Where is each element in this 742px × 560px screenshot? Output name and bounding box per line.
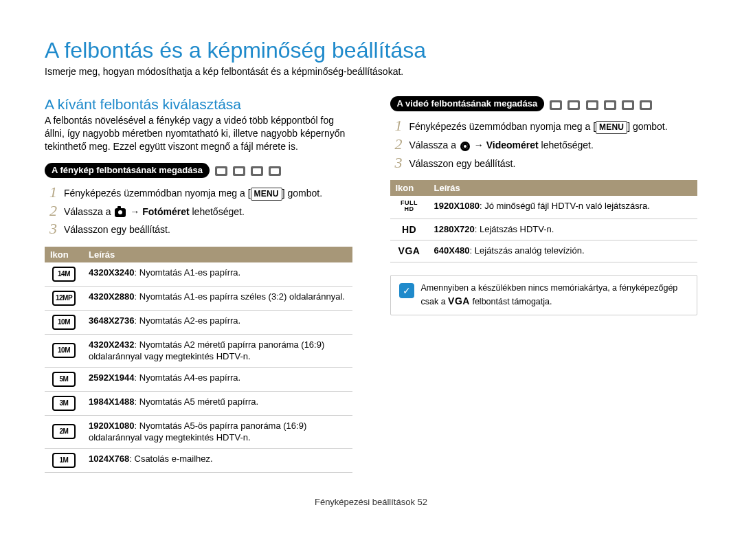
- mode-icons-photo: [215, 164, 283, 176]
- resolution-icon: VGA: [398, 245, 420, 258]
- resolution-icon: 10M: [52, 343, 76, 358]
- table-row: 10M3648X2736: Nyomtatás A2-es papírra.: [45, 310, 352, 334]
- left-column: A kívánt felbontás kiválasztása A felbon…: [45, 96, 352, 473]
- resolution-icon: 14M: [52, 267, 76, 282]
- resolution-icon-cell: 3M: [45, 391, 83, 415]
- table-row: 2M1920X1080: Nyomtatás A5-ös papírra pan…: [45, 415, 352, 448]
- mode-icon: [567, 100, 580, 110]
- step-num: 3: [390, 155, 403, 170]
- video-steps: 1 Fényképezés üzemmódban nyomja meg a [M…: [390, 118, 698, 170]
- step-text: Válassza a → Videoméret lehetőséget.: [409, 137, 594, 152]
- table-row: 14M4320X3240: Nyomtatás A1-es papírra.: [45, 262, 352, 287]
- resolution-desc: 1984X1488: Nyomtatás A5 méretű papírra.: [83, 391, 352, 415]
- step-text: Fényképezés üzemmódban nyomja meg a [MEN…: [409, 118, 668, 134]
- table-row: VGA640X480: Lejátszás analóg televízión.: [390, 240, 698, 262]
- section-title-resolution: A kívánt felbontás kiválasztása: [45, 96, 352, 113]
- table-row: 5M2592X1944: Nyomtatás A4-es papírra.: [45, 367, 352, 391]
- mode-icons-video: [550, 98, 653, 109]
- pill-photo-resolution: A fénykép felbontásának megadása: [45, 163, 210, 178]
- video-resolution-table: Ikon Leírás FULLHD1920X1080: Jó minőségű…: [390, 180, 698, 262]
- resolution-icon-cell: 10M: [45, 334, 83, 367]
- resolution-desc: 1920X1080: Nyomtatás A5-ös papírra panor…: [83, 415, 352, 448]
- right-column: A videó felbontásának megadása 1 Fénykép…: [390, 96, 698, 473]
- photo-resolution-table: Ikon Leírás 14M4320X3240: Nyomtatás A1-e…: [45, 247, 352, 473]
- resolution-icon: 12MP: [52, 291, 76, 306]
- page-title: A felbontás és a képminőség beállítása: [45, 38, 697, 63]
- mode-icon: [251, 166, 263, 176]
- resolution-icon-cell: FULLHD: [390, 196, 429, 219]
- resolution-icon-cell: 14M: [45, 262, 83, 287]
- resolution-desc: 4320X2880: Nyomtatás A1-es papírra széle…: [83, 286, 352, 310]
- resolution-icon-cell: VGA: [390, 240, 429, 262]
- table-row: 3M1984X1488: Nyomtatás A5 méretű papírra…: [45, 391, 352, 415]
- resolution-desc: 4320X2432: Nyomtatás A2 méretű papírra p…: [83, 334, 352, 367]
- step-num: 2: [390, 137, 403, 152]
- resolution-icon: 5M: [52, 372, 76, 387]
- resolution-icon-cell: HD: [390, 219, 429, 240]
- resolution-icon: 10M: [52, 315, 76, 330]
- table-row: FULLHD1920X1080: Jó minőségű fájl HDTV-n…: [390, 196, 698, 219]
- resolution-desc: 4320X3240: Nyomtatás A1-es papírra.: [83, 262, 352, 287]
- mode-icon: [269, 166, 281, 176]
- step-text: Válasszon egy beállítást.: [409, 155, 516, 170]
- table-row: 10M4320X2432: Nyomtatás A2 méretű papírr…: [45, 334, 352, 367]
- resolution-icon: FULLHD: [401, 200, 418, 212]
- section-body: A felbontás növelésével a fénykép vagy a…: [45, 114, 352, 153]
- resolution-desc: 1280X720: Lejátszás HDTV-n.: [429, 219, 698, 240]
- th-icon: Ikon: [390, 180, 429, 196]
- table-row: 1M1024X768: Csatolás e-mailhez.: [45, 448, 352, 472]
- camera-icon: [115, 208, 126, 217]
- pill-video-resolution: A videó felbontásának megadása: [390, 96, 545, 111]
- resolution-desc: 2592X1944: Nyomtatás A4-es papírra.: [83, 367, 352, 391]
- step-num: 3: [45, 221, 57, 236]
- mode-icon: [604, 100, 616, 110]
- th-desc: Leírás: [429, 180, 698, 196]
- check-icon: [399, 283, 414, 298]
- resolution-icon: 3M: [52, 396, 76, 411]
- note-box: Amennyiben a készülékben nincs memóriaká…: [390, 275, 698, 315]
- table-row: 12MP4320X2880: Nyomtatás A1-es papírra s…: [45, 286, 352, 310]
- mode-icon: [233, 166, 245, 176]
- mode-icon: [586, 100, 598, 110]
- menu-key: MENU: [251, 188, 282, 201]
- resolution-icon-cell: 5M: [45, 367, 83, 391]
- page-footer: Fényképezési beállítások 52: [45, 497, 697, 507]
- step-num: 1: [390, 118, 403, 133]
- resolution-desc: 640X480: Lejátszás analóg televízión.: [429, 240, 698, 262]
- mode-icon: [640, 100, 652, 110]
- mode-icon: [215, 166, 227, 176]
- th-desc: Leírás: [83, 247, 352, 262]
- resolution-icon: HD: [402, 223, 416, 236]
- resolution-desc: 1920X1080: Jó minőségű fájl HDTV-n való …: [429, 196, 698, 219]
- photo-steps: 1 Fényképezés üzemmódban nyomja meg a [M…: [45, 185, 352, 237]
- mode-icon: [550, 100, 562, 110]
- mode-icon: [622, 100, 634, 110]
- page-intro: Ismerje meg, hogyan módosíthatja a kép f…: [45, 66, 697, 77]
- resolution-icon: 2M: [52, 424, 76, 439]
- resolution-desc: 1024X768: Csatolás e-mailhez.: [83, 448, 352, 472]
- step-text: Válassza a → Fotóméret lehetőséget.: [64, 203, 245, 219]
- menu-key: MENU: [596, 121, 627, 134]
- note-text: Amennyiben a készülékben nincs memóriaká…: [421, 282, 689, 308]
- resolution-icon-cell: 1M: [45, 448, 83, 472]
- vga-label: VGA: [448, 295, 470, 309]
- step-text: Fényképezés üzemmódban nyomja meg a [MEN…: [64, 185, 322, 201]
- step-text: Válasszon egy beállítást.: [64, 221, 170, 236]
- resolution-icon-cell: 12MP: [45, 286, 83, 310]
- step-num: 1: [45, 185, 57, 200]
- table-row: HD1280X720: Lejátszás HDTV-n.: [390, 219, 698, 240]
- resolution-icon-cell: 10M: [45, 310, 83, 334]
- step-num: 2: [45, 203, 57, 219]
- resolution-desc: 3648X2736: Nyomtatás A2-es papírra.: [83, 310, 352, 334]
- th-icon: Ikon: [45, 247, 83, 262]
- resolution-icon-cell: 2M: [45, 415, 83, 448]
- resolution-icon: 1M: [52, 453, 76, 468]
- video-icon: [460, 142, 470, 151]
